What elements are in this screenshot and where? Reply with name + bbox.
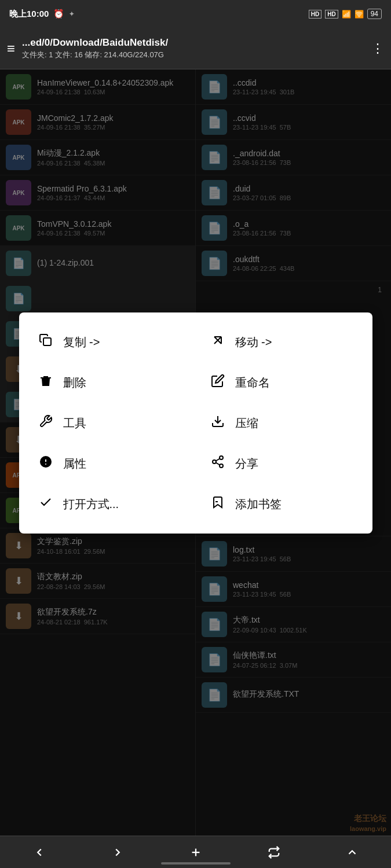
path-meta: 文件夹: 1 文件: 16 储存: 214.40G/224.07G bbox=[22, 50, 364, 60]
context-menu-copy[interactable]: 复制 -> bbox=[24, 322, 196, 362]
alarm-icon: ⏰ bbox=[53, 9, 64, 19]
tools-label: 工具 bbox=[63, 415, 86, 431]
move-icon bbox=[210, 333, 226, 351]
bookmark-icon bbox=[210, 495, 226, 513]
home-indicator bbox=[161, 862, 231, 865]
context-menu-bookmark[interactable]: 添加书签 bbox=[196, 484, 368, 524]
svg-rect-0 bbox=[43, 338, 51, 345]
bookmark-label: 添加书签 bbox=[235, 496, 282, 512]
svg-point-6 bbox=[45, 464, 46, 465]
context-menu-compress[interactable]: 压缩 bbox=[196, 403, 368, 443]
context-menu-open-with[interactable]: 打开方式... bbox=[24, 484, 196, 524]
current-path: ...ed/0/Download/BaiduNetdisk/ bbox=[22, 37, 364, 49]
context-menu-tools[interactable]: 工具 bbox=[24, 403, 196, 443]
copy-label: 复制 -> bbox=[63, 334, 100, 350]
rename-icon bbox=[210, 374, 226, 391]
context-menu: 复制 -> 移动 -> 删除 bbox=[19, 312, 372, 534]
context-menu-share[interactable]: 分享 bbox=[196, 443, 368, 484]
signal-icon: ✦ bbox=[69, 10, 74, 18]
compress-label: 压缩 bbox=[235, 415, 258, 431]
properties-icon bbox=[38, 455, 54, 472]
hd-badge2: HD bbox=[325, 10, 338, 19]
context-menu-rename[interactable]: 重命名 bbox=[196, 362, 368, 403]
svg-line-11 bbox=[215, 459, 220, 461]
properties-label: 属性 bbox=[63, 456, 86, 472]
signal-bars: 📶 bbox=[342, 10, 351, 19]
nav-forward-button[interactable] bbox=[104, 838, 131, 866]
svg-line-10 bbox=[215, 463, 220, 465]
menu-button[interactable]: ≡ bbox=[7, 41, 15, 57]
share-label: 分享 bbox=[235, 456, 258, 472]
time-display: 晚上10:00 bbox=[9, 9, 49, 20]
compress-icon bbox=[210, 414, 226, 432]
svg-point-9 bbox=[220, 464, 223, 468]
context-menu-move[interactable]: 移动 -> bbox=[196, 322, 368, 362]
open-with-label: 打开方式... bbox=[63, 496, 119, 512]
nav-up-button[interactable] bbox=[338, 838, 366, 866]
status-right: HD HD 📶 🛜 94 bbox=[309, 9, 382, 19]
nav-back-button[interactable] bbox=[25, 838, 53, 866]
delete-icon bbox=[38, 374, 54, 391]
context-menu-overlay[interactable]: 复制 -> 移动 -> 删除 bbox=[0, 69, 391, 836]
svg-point-8 bbox=[213, 460, 216, 464]
status-bar: 晚上10:00 ⏰ ✦ HD HD 📶 🛜 94 bbox=[0, 0, 391, 28]
rename-label: 重命名 bbox=[235, 375, 270, 391]
context-menu-properties[interactable]: 属性 bbox=[24, 443, 196, 484]
move-label: 移动 -> bbox=[235, 334, 272, 350]
battery-display: 94 bbox=[367, 9, 382, 19]
wifi-icon: 🛜 bbox=[355, 10, 364, 19]
svg-point-7 bbox=[220, 456, 223, 459]
delete-label: 删除 bbox=[63, 375, 86, 391]
share-icon bbox=[210, 455, 226, 472]
toolbar-title: ...ed/0/Download/BaiduNetdisk/ 文件夹: 1 文件… bbox=[22, 37, 364, 60]
context-menu-delete[interactable]: 删除 bbox=[24, 362, 196, 403]
open-with-icon bbox=[38, 495, 54, 513]
toolbar: ≡ ...ed/0/Download/BaiduNetdisk/ 文件夹: 1 … bbox=[0, 28, 391, 69]
copy-icon bbox=[38, 333, 54, 351]
hd-badge: HD bbox=[309, 10, 321, 19]
status-left: 晚上10:00 ⏰ ✦ bbox=[9, 9, 74, 20]
nav-swap-button[interactable] bbox=[260, 838, 288, 866]
tools-icon bbox=[38, 414, 54, 432]
more-button[interactable]: ⋮ bbox=[371, 41, 384, 56]
